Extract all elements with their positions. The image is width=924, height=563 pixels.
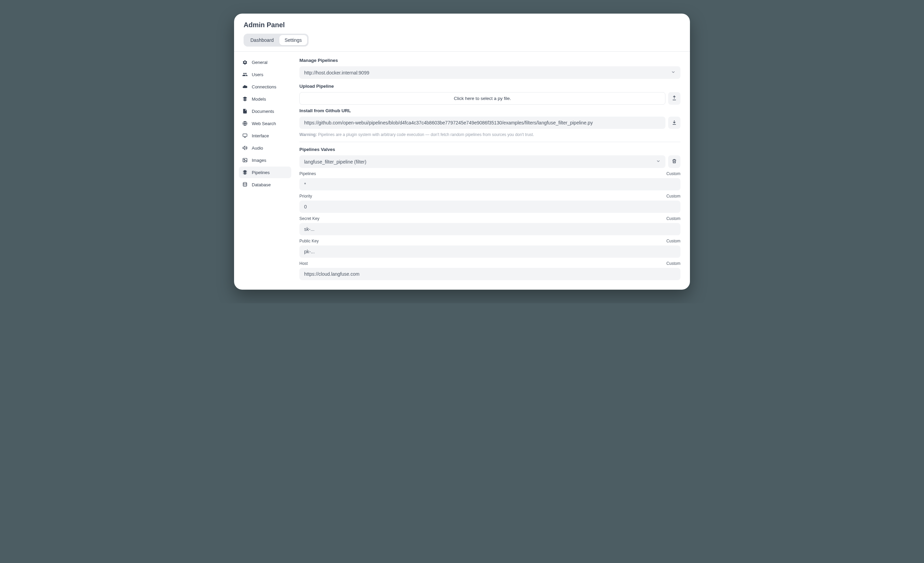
settings-sidebar: General Users Connections Models — [234, 52, 295, 290]
valve-custom-toggle[interactable]: Custom — [666, 194, 680, 199]
pipeline-host-select[interactable]: http://host.docker.internal:9099 — [299, 66, 680, 79]
globe-icon — [242, 121, 248, 126]
stack-icon — [242, 96, 248, 102]
upload-pipeline-label: Upload Pipeline — [299, 84, 680, 89]
valve-label: Priority — [299, 194, 312, 199]
valve-label: Host — [299, 261, 308, 266]
upload-icon — [672, 95, 677, 102]
sidebar-item-label: General — [252, 60, 267, 65]
header: Admin Panel Dashboard Settings — [234, 13, 690, 51]
valve-input-secret-key[interactable]: sk-... — [299, 223, 680, 235]
valve-row-priority: Priority Custom — [299, 194, 680, 199]
users-icon — [242, 72, 248, 77]
sidebar-item-label: Documents — [252, 109, 274, 114]
tab-settings[interactable]: Settings — [279, 35, 308, 45]
valve-custom-toggle[interactable]: Custom — [666, 261, 680, 266]
sidebar-item-audio[interactable]: Audio — [239, 142, 291, 154]
delete-pipeline-button[interactable] — [668, 156, 680, 168]
sidebar-item-label: Audio — [252, 145, 263, 151]
valve-label: Secret Key — [299, 216, 320, 221]
svg-point-4 — [243, 182, 247, 184]
sidebar-item-models[interactable]: Models — [239, 93, 291, 105]
valve-label: Public Key — [299, 239, 319, 243]
sidebar-item-interface[interactable]: Interface — [239, 130, 291, 141]
sidebar-item-users[interactable]: Users — [239, 69, 291, 80]
sidebar-item-label: Users — [252, 72, 263, 77]
sidebar-item-label: Database — [252, 182, 271, 187]
valve-input-host[interactable]: https://cloud.langfuse.com — [299, 268, 680, 280]
sidebar-item-pipelines[interactable]: Pipelines — [239, 166, 291, 178]
layers-icon — [242, 170, 248, 175]
download-icon — [672, 120, 677, 126]
sidebar-item-label: Models — [252, 97, 266, 102]
upload-file-zone[interactable]: Click here to select a py file. — [299, 92, 666, 105]
pipeline-select[interactable]: langfuse_filter_pipeline (filter) — [299, 156, 666, 168]
sidebar-item-web-search[interactable]: Web Search — [239, 118, 291, 129]
gear-icon — [242, 60, 248, 65]
warning-bold: Warning: — [299, 132, 317, 137]
sidebar-item-documents[interactable]: Documents — [239, 105, 291, 117]
top-tabs: Dashboard Settings — [244, 34, 309, 46]
valve-input-pipelines[interactable]: * — [299, 178, 680, 190]
warning-body: Pipelines are a plugin system with arbit… — [317, 132, 534, 137]
chevron-down-icon — [656, 159, 661, 165]
valve-row-public-key: Public Key Custom — [299, 239, 680, 243]
sidebar-item-connections[interactable]: Connections — [239, 81, 291, 93]
svg-point-3 — [244, 159, 245, 160]
valve-custom-toggle[interactable]: Custom — [666, 216, 680, 221]
sidebar-item-images[interactable]: Images — [239, 154, 291, 166]
valve-row-secret-key: Secret Key Custom — [299, 216, 680, 221]
sidebar-item-label: Web Search — [252, 121, 276, 126]
valve-row-host: Host Custom — [299, 261, 680, 266]
sidebar-item-label: Images — [252, 158, 266, 163]
valve-input-public-key[interactable]: pk-... — [299, 246, 680, 258]
sidebar-item-database[interactable]: Database — [239, 179, 291, 190]
upload-prompt-text: Click here to select a py file. — [454, 96, 511, 101]
speaker-icon — [242, 145, 248, 151]
valve-label: Pipelines — [299, 171, 316, 176]
valve-custom-toggle[interactable]: Custom — [666, 239, 680, 243]
sidebar-item-general[interactable]: General — [239, 57, 291, 68]
document-icon — [242, 108, 248, 114]
admin-panel-window: Admin Panel Dashboard Settings General U… — [234, 13, 690, 290]
sidebar-item-label: Interface — [252, 133, 269, 138]
sidebar-item-label: Pipelines — [252, 170, 270, 175]
valve-input-priority[interactable]: 0 — [299, 201, 680, 213]
valve-custom-toggle[interactable]: Custom — [666, 171, 680, 176]
upload-button[interactable] — [668, 92, 680, 105]
main-content: Manage Pipelines http://host.docker.inte… — [295, 52, 690, 290]
svg-rect-2 — [243, 159, 247, 162]
pipelines-valves-label: Pipelines Valves — [299, 147, 680, 152]
install-github-label: Install from Github URL — [299, 108, 680, 113]
page-title: Admin Panel — [244, 21, 680, 29]
database-icon — [242, 182, 248, 187]
sidebar-item-label: Connections — [252, 84, 276, 90]
section-divider — [299, 142, 680, 142]
chevron-down-icon — [671, 70, 676, 75]
image-icon — [242, 157, 248, 163]
cloud-icon — [242, 84, 248, 90]
download-button[interactable] — [668, 117, 680, 129]
manage-pipelines-label: Manage Pipelines — [299, 58, 680, 63]
body: General Users Connections Models — [234, 52, 690, 290]
pipeline-host-value: http://host.docker.internal:9099 — [304, 70, 369, 75]
valve-row-pipelines: Pipelines Custom — [299, 171, 680, 176]
tab-dashboard[interactable]: Dashboard — [245, 35, 279, 45]
monitor-icon — [242, 133, 248, 138]
github-url-input[interactable]: https://github.com/open-webui/pipelines/… — [299, 117, 666, 129]
svg-rect-1 — [243, 134, 247, 137]
pipeline-select-value: langfuse_filter_pipeline (filter) — [304, 159, 366, 165]
trash-icon — [672, 159, 677, 165]
warning-text: Warning: Pipelines are a plugin system w… — [299, 132, 680, 137]
